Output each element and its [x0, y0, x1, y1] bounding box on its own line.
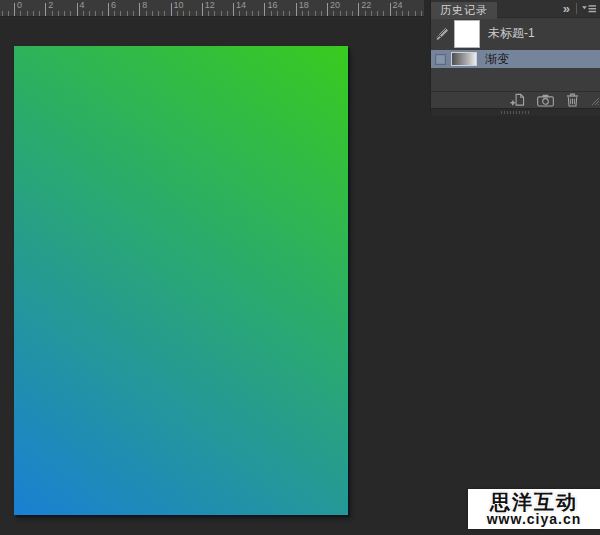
history-state-row[interactable]: 渐变 [431, 50, 600, 68]
ruler-minor-tick [315, 11, 316, 16]
ruler-minor-tick [127, 11, 128, 16]
ruler-major-tick [77, 3, 78, 16]
ruler-unit-label: 6 [111, 1, 116, 10]
ruler-minor-tick [177, 11, 178, 16]
ruler-major-tick [139, 3, 140, 16]
ruler-minor-tick [52, 11, 53, 16]
canvas-gradient-document[interactable] [14, 46, 348, 515]
ruler-minor-tick [221, 11, 222, 16]
ruler-minor-tick [258, 11, 259, 16]
ruler-major-tick [296, 3, 297, 16]
ruler-minor-tick [277, 11, 278, 16]
panel-menu-icon[interactable] [582, 4, 597, 13]
ruler-minor-tick [371, 11, 372, 16]
ruler-minor-tick [252, 11, 253, 16]
drag-dots-icon [501, 111, 531, 114]
watermark-url: www.ciya.cn [487, 512, 582, 527]
state-label: 渐变 [485, 51, 509, 68]
ruler-minor-tick [39, 11, 40, 16]
ruler-minor-tick [183, 11, 184, 16]
ruler-unit-label: 20 [330, 1, 340, 10]
ruler-unit-label: 22 [361, 1, 371, 10]
history-panel-header: 历史记录 » [431, 0, 600, 18]
ruler-major-tick [45, 3, 46, 16]
ruler-minor-tick [27, 11, 28, 16]
history-panel: 历史记录 » 未标题-1 [430, 0, 600, 115]
ruler-minor-tick [20, 11, 21, 16]
ruler-minor-tick [33, 11, 34, 16]
ruler-major-tick [233, 3, 234, 16]
ruler-minor-tick [8, 11, 9, 16]
ruler-minor-tick [102, 11, 103, 16]
ruler-minor-tick [158, 11, 159, 16]
new-snapshot-camera-icon[interactable] [537, 94, 554, 107]
ruler-minor-tick [377, 11, 378, 16]
ruler-minor-tick [152, 11, 153, 16]
ruler-major-tick [108, 3, 109, 16]
ruler-minor-tick [415, 11, 416, 16]
ruler-minor-tick [346, 11, 347, 16]
ruler-unit-label: 24 [393, 1, 403, 10]
ruler-major-tick [327, 3, 328, 16]
history-panel-title: 历史记录 [440, 4, 488, 16]
ruler-major-tick [358, 3, 359, 16]
ruler-minor-tick [402, 11, 403, 16]
ruler-unit-label: 14 [236, 1, 246, 10]
ruler-major-tick [264, 3, 265, 16]
ruler-minor-tick [365, 11, 366, 16]
ruler-unit-label: 12 [205, 1, 215, 10]
ruler-minor-tick [308, 11, 309, 16]
ruler-minor-tick [396, 11, 397, 16]
ruler-minor-tick [196, 11, 197, 16]
ruler-minor-tick [271, 11, 272, 16]
ruler-minor-tick [189, 11, 190, 16]
ruler-minor-tick [2, 11, 3, 16]
ruler-minor-tick [340, 11, 341, 16]
ruler-minor-tick [208, 11, 209, 16]
ruler-minor-tick [302, 11, 303, 16]
ruler-minor-tick [146, 11, 147, 16]
horizontal-ruler[interactable]: 024681012141618202224 [0, 0, 424, 17]
ruler-major-tick [14, 3, 15, 16]
ruler-minor-tick [120, 11, 121, 16]
ruler-minor-tick [133, 11, 134, 16]
ruler-minor-tick [214, 11, 215, 16]
ruler-major-tick [171, 3, 172, 16]
ruler-major-tick [202, 3, 203, 16]
ruler-minor-tick [383, 11, 384, 16]
ruler-unit-label: 18 [299, 1, 309, 10]
ruler-minor-tick [283, 11, 284, 16]
photoshop-workspace: 024681012141618202224 历史记录 » [0, 0, 600, 535]
collapse-panel-icon[interactable]: » [563, 1, 571, 16]
ruler-minor-tick [239, 11, 240, 16]
history-brush-source-icon[interactable] [435, 27, 449, 41]
snapshot-thumbnail [454, 20, 480, 48]
ruler-unit-label: 2 [48, 1, 53, 10]
watermark: 思洋互动 www.ciya.cn [468, 489, 600, 529]
ruler-minor-tick [289, 11, 290, 16]
tab-history[interactable]: 历史记录 [431, 2, 497, 19]
delete-trash-icon[interactable] [566, 93, 579, 107]
ruler-unit-label: 16 [267, 1, 277, 10]
state-thumbnail [451, 52, 477, 66]
ruler-minor-tick [95, 11, 96, 16]
new-document-from-state-icon[interactable] [510, 93, 525, 107]
panel-resize-handle[interactable] [431, 108, 600, 116]
history-snapshot-row[interactable]: 未标题-1 [431, 18, 600, 49]
ruler-major-tick [390, 3, 391, 16]
panel-resize-grip-icon[interactable] [591, 97, 600, 106]
ruler-minor-tick [64, 11, 65, 16]
ruler-unit-label: 10 [174, 1, 184, 10]
ruler-minor-tick [114, 11, 115, 16]
ruler-unit-label: 4 [80, 1, 85, 10]
ruler-minor-tick [83, 11, 84, 16]
ruler-minor-tick [408, 11, 409, 16]
ruler-unit-label: 0 [17, 1, 22, 10]
ruler-minor-tick [164, 11, 165, 16]
panel-header-controls: » [563, 0, 597, 17]
history-panel-toolbar [431, 91, 600, 108]
ruler-minor-tick [333, 11, 334, 16]
history-brush-checkbox[interactable] [435, 54, 446, 65]
ruler-minor-tick [70, 11, 71, 16]
ruler-minor-tick [58, 11, 59, 16]
